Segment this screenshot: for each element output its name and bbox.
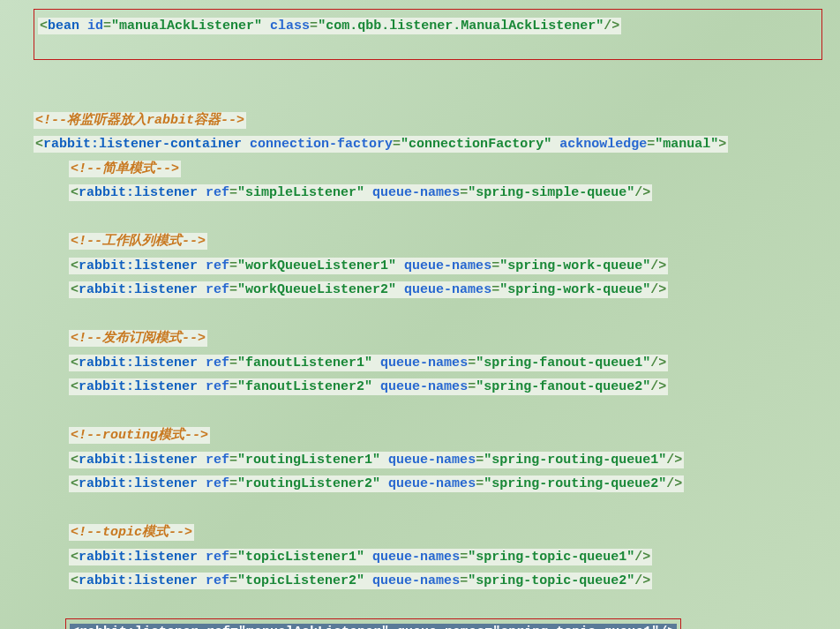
selected-listener-line: <rabbit:listener ref="manualAckListener"… bbox=[70, 624, 677, 629]
highlighted-bean-box: <bean id="manualAckListener" class="com.… bbox=[34, 9, 822, 60]
comment-line: <!--工作队列模式--> bbox=[34, 229, 840, 254]
comment-line: <!--发布订阅模式--> bbox=[34, 326, 840, 351]
comment-line: <!--routing模式--> bbox=[34, 423, 840, 448]
blank-line bbox=[34, 400, 840, 424]
comment-line: <!--简单模式--> bbox=[34, 157, 840, 182]
listener-line: <rabbit:listener ref="routingListener2" … bbox=[34, 472, 840, 497]
listener-line: <rabbit:listener ref="topicListener2" qu… bbox=[34, 569, 840, 594]
listener-line: <rabbit:listener ref="simpleListener" qu… bbox=[34, 181, 840, 206]
listener-line: <rabbit:listener ref="routingListener1" … bbox=[34, 448, 840, 473]
highlighted-listener-row: <rabbit:listener ref="manualAckListener"… bbox=[34, 618, 840, 629]
listener-line: <rabbit:listener ref="fanoutListener1" q… bbox=[34, 351, 840, 376]
bean-definition-line: <bean id="manualAckListener" class="com.… bbox=[38, 18, 621, 34]
comment-line: <!--将监听器放入rabbit容器--> bbox=[34, 109, 840, 133]
listener-line: <rabbit:listener ref="workQueueListener2… bbox=[34, 278, 840, 303]
container-open-line: <rabbit:listener-container connection-fa… bbox=[34, 132, 840, 157]
listener-line: <rabbit:listener ref="topicListener1" qu… bbox=[34, 545, 840, 570]
listener-line: <rabbit:listener ref="fanoutListener2" q… bbox=[34, 375, 840, 400]
code-block: <!--将监听器放入rabbit容器--> <rabbit:listener-c… bbox=[0, 60, 840, 630]
blank-line bbox=[34, 84, 840, 109]
blank-line bbox=[34, 60, 840, 85]
blank-line bbox=[34, 594, 840, 618]
blank-line bbox=[34, 497, 840, 521]
listener-line: <rabbit:listener ref="workQueueListener1… bbox=[34, 254, 840, 279]
blank-line bbox=[34, 303, 840, 327]
comment-line: <!--topic模式--> bbox=[34, 520, 840, 545]
blank-line bbox=[34, 206, 840, 230]
code-viewer: <bean id="manualAckListener" class="com.… bbox=[0, 0, 840, 629]
highlighted-listener-box: <rabbit:listener ref="manualAckListener"… bbox=[65, 618, 681, 629]
